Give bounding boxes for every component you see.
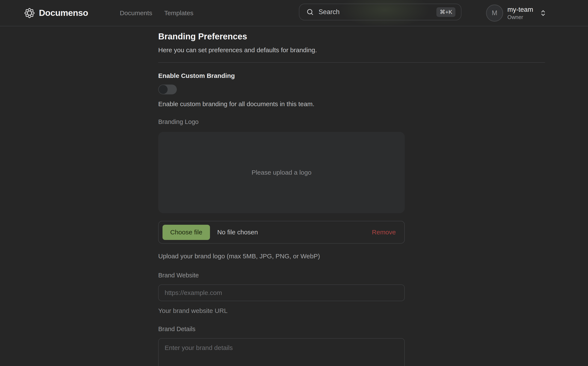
search-input[interactable]: [319, 8, 436, 16]
team-switcher[interactable]: M my-team Owner: [486, 5, 547, 22]
nav-link-documents[interactable]: Documents: [120, 9, 152, 17]
team-avatar: M: [486, 5, 503, 22]
enable-branding-helper: Enable custom branding for all documents…: [158, 100, 545, 108]
documenso-logo[interactable]: Documenso: [24, 8, 88, 19]
enable-branding-label: Enable Custom Branding: [158, 72, 545, 79]
page-title: Branding Preferences: [158, 32, 545, 41]
dropzone-placeholder: Please upload a logo: [251, 169, 311, 176]
enable-branding-toggle[interactable]: [158, 84, 177, 94]
brand-website-helper: Your brand website URL: [158, 307, 545, 314]
brand-wordmark: Documenso: [39, 8, 88, 18]
logo-file-input-row: Choose file No file chosen Remove: [158, 221, 405, 244]
nav-link-templates[interactable]: Templates: [164, 9, 193, 17]
brand-details-textarea[interactable]: [158, 338, 405, 366]
remove-logo-button[interactable]: Remove: [372, 229, 396, 236]
toggle-knob: [159, 85, 168, 94]
search-icon: [306, 8, 314, 16]
file-chosen-status: No file chosen: [217, 229, 258, 236]
brand-website-input[interactable]: [158, 284, 405, 301]
header-divider: [158, 62, 545, 63]
brand-details-field: [158, 338, 405, 366]
logo-upload-helper: Upload your brand logo (max 5MB, JPG, PN…: [158, 252, 545, 260]
search-shortcut-badge: ⌘+K: [436, 7, 456, 17]
primary-nav: Documents Templates: [120, 9, 193, 17]
logo-dropzone[interactable]: Please upload a logo: [158, 132, 405, 213]
chevrons-up-down-icon: [539, 9, 547, 17]
documenso-seal-icon: [24, 8, 35, 19]
page-subtitle: Here you can set preferences and default…: [158, 46, 545, 54]
top-navbar: Documenso Documents Templates ⌘+K M my-t…: [0, 0, 588, 26]
choose-file-button[interactable]: Choose file: [162, 225, 210, 240]
team-info: my-team Owner: [507, 6, 533, 20]
team-name: my-team: [507, 6, 533, 14]
brand-details-label: Brand Details: [158, 326, 545, 333]
brand-website-label: Brand Website: [158, 272, 545, 279]
branding-logo-label: Branding Logo: [158, 118, 545, 125]
branding-preferences-page: Branding Preferences Here you can set pr…: [0, 26, 588, 366]
global-search[interactable]: ⌘+K: [299, 4, 461, 20]
team-role: Owner: [507, 14, 533, 20]
